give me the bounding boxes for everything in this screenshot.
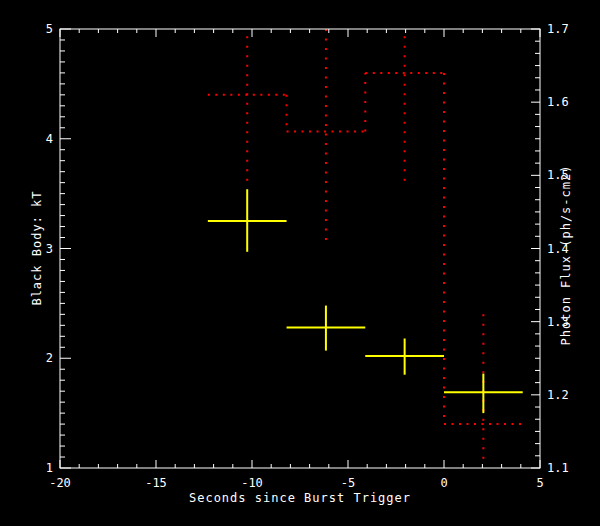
plot-window: -20-15-10-505123451.11.21.31.41.51.61.7 … xyxy=(0,0,600,526)
y-left-tick-label: 2 xyxy=(46,351,53,365)
y-left-tick-label: 1 xyxy=(46,461,53,475)
x-tick-label: 5 xyxy=(536,476,543,490)
x-tick-label: -20 xyxy=(49,476,71,490)
x-tick-label: -15 xyxy=(145,476,167,490)
y-right-tick-label: 1.7 xyxy=(547,22,569,36)
right-axis-title: Photon Flux (ph/s-cm2) xyxy=(559,165,573,346)
left-axis-title: Black Body: kT xyxy=(30,190,44,305)
plot-frame xyxy=(60,29,540,468)
y-left-tick-label: 4 xyxy=(46,132,53,146)
chart-canvas: -20-15-10-505123451.11.21.31.41.51.61.7 xyxy=(0,0,600,526)
y-left-tick-label: 5 xyxy=(46,22,53,36)
y-right-tick-label: 1.1 xyxy=(547,461,569,475)
x-tick-label: -10 xyxy=(241,476,263,490)
y-left-tick-label: 3 xyxy=(46,242,53,256)
y-right-tick-label: 1.6 xyxy=(547,95,569,109)
y-right-tick-label: 1.2 xyxy=(547,388,569,402)
x-tick-label: -5 xyxy=(341,476,355,490)
x-axis-title: Seconds since Burst Trigger xyxy=(60,491,540,505)
x-tick-label: 0 xyxy=(440,476,447,490)
